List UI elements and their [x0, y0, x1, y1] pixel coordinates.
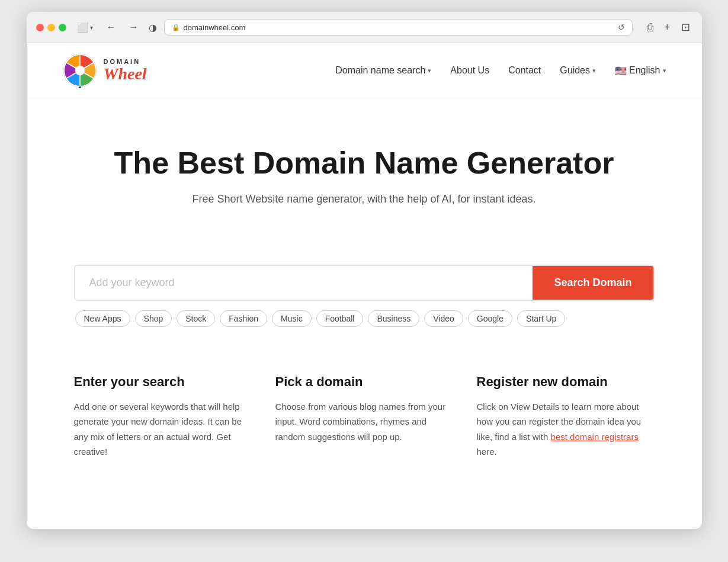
- nav-contact-label: Contact: [508, 65, 541, 76]
- nav-about-label: About Us: [450, 65, 489, 76]
- browser-actions: ⎙ + ⊡: [644, 20, 692, 35]
- feature-enter-search-text: Add one or several keywords that will he…: [74, 399, 252, 460]
- logo-text: DOMAIN Wheel: [104, 58, 147, 84]
- feature-enter-search-title: Enter your search: [74, 374, 252, 390]
- minimize-button[interactable]: [47, 24, 55, 31]
- best-registrars-link[interactable]: best domain registrars: [551, 432, 639, 442]
- logo-icon: [62, 53, 98, 88]
- close-button[interactable]: [36, 24, 44, 31]
- keyword-tag[interactable]: Video: [424, 310, 463, 327]
- keyword-tag[interactable]: New Apps: [75, 310, 130, 327]
- hero-subtitle: Free Short Website name generator, with …: [62, 193, 666, 205]
- search-section: Search Domain New AppsShopStockFashionMu…: [27, 265, 702, 327]
- browser-window: ⬜ ▾ ← → ◑ 🔒 domainwheel.com ↺ ⎙ + ⊡: [27, 12, 702, 529]
- feature-register-domain-text: Click on View Details to learn more abou…: [477, 399, 655, 460]
- feature-register-domain: Register new domain Click on View Detail…: [477, 374, 655, 460]
- address-bar[interactable]: 🔒 domainwheel.com ↺: [164, 19, 633, 36]
- navigation: DOMAIN Wheel Domain name search ▾ About …: [27, 43, 702, 98]
- share-button[interactable]: ⎙: [644, 20, 656, 35]
- chevron-down-icon: ▾: [90, 24, 93, 31]
- feature-pick-domain: Pick a domain Choose from various blog n…: [275, 374, 453, 460]
- theme-button[interactable]: ◑: [149, 22, 157, 33]
- search-domain-button[interactable]: Search Domain: [533, 266, 653, 300]
- features-section: Enter your search Add one or several key…: [27, 327, 702, 495]
- logo-link[interactable]: DOMAIN Wheel: [62, 53, 147, 88]
- keyword-tag[interactable]: Music: [272, 310, 312, 327]
- view-button[interactable]: ⊡: [679, 20, 692, 35]
- reload-button[interactable]: ↺: [618, 23, 625, 32]
- nav-link-contact[interactable]: Contact: [508, 65, 541, 76]
- feature-register-domain-title: Register new domain: [477, 374, 655, 390]
- flag-icon: 🇺🇸: [615, 65, 627, 76]
- sidebar-toggle-button[interactable]: ⬜ ▾: [73, 21, 97, 34]
- back-button[interactable]: ←: [104, 21, 119, 34]
- keyword-tag[interactable]: Football: [316, 310, 364, 327]
- url-display: domainwheel.com: [184, 23, 614, 32]
- nav-link-domain-search[interactable]: Domain name search ▾: [335, 65, 431, 76]
- logo-domain-label: DOMAIN: [104, 58, 147, 65]
- nav-language-label: English: [629, 65, 660, 76]
- chevron-down-icon: ▾: [663, 67, 666, 75]
- new-tab-button[interactable]: +: [662, 20, 673, 35]
- nav-links: Domain name search ▾ About Us Contact Gu…: [335, 65, 666, 76]
- search-input[interactable]: [75, 266, 533, 300]
- traffic-lights: [36, 24, 66, 31]
- feature-pick-domain-text: Choose from various blog names from your…: [275, 399, 453, 445]
- sidebar-icon: ⬜: [77, 22, 89, 33]
- keyword-tag[interactable]: Fashion: [220, 310, 267, 327]
- keyword-tag[interactable]: Business: [368, 310, 419, 327]
- fullscreen-button[interactable]: [59, 24, 66, 31]
- chevron-down-icon: ▾: [428, 67, 431, 75]
- nav-domain-search-label: Domain name search: [335, 65, 425, 76]
- forward-button[interactable]: →: [126, 21, 142, 34]
- keyword-tag[interactable]: Shop: [135, 310, 172, 327]
- keyword-tag[interactable]: Google: [468, 310, 512, 327]
- lock-icon: 🔒: [172, 24, 180, 31]
- search-box: Search Domain: [74, 265, 655, 301]
- nav-link-about[interactable]: About Us: [450, 65, 489, 76]
- feature-enter-search: Enter your search Add one or several key…: [74, 374, 252, 460]
- chevron-down-icon: ▾: [592, 67, 596, 75]
- keyword-tag[interactable]: Stock: [177, 310, 215, 327]
- logo-wheel-label: Wheel: [104, 65, 147, 84]
- page-content: DOMAIN Wheel Domain name search ▾ About …: [27, 43, 702, 529]
- feature-pick-domain-title: Pick a domain: [275, 374, 453, 390]
- hero-section: The Best Domain Name Generator Free Shor…: [27, 98, 702, 265]
- nav-link-guides[interactable]: Guides ▾: [560, 65, 596, 76]
- hero-title: The Best Domain Name Generator: [62, 146, 666, 181]
- keyword-tag[interactable]: Start Up: [517, 310, 565, 327]
- keyword-tags: New AppsShopStockFashionMusicFootballBus…: [74, 310, 655, 327]
- nav-link-language[interactable]: 🇺🇸 English ▾: [615, 65, 666, 76]
- nav-guides-label: Guides: [560, 65, 590, 76]
- browser-titlebar: ⬜ ▾ ← → ◑ 🔒 domainwheel.com ↺ ⎙ + ⊡: [27, 12, 702, 43]
